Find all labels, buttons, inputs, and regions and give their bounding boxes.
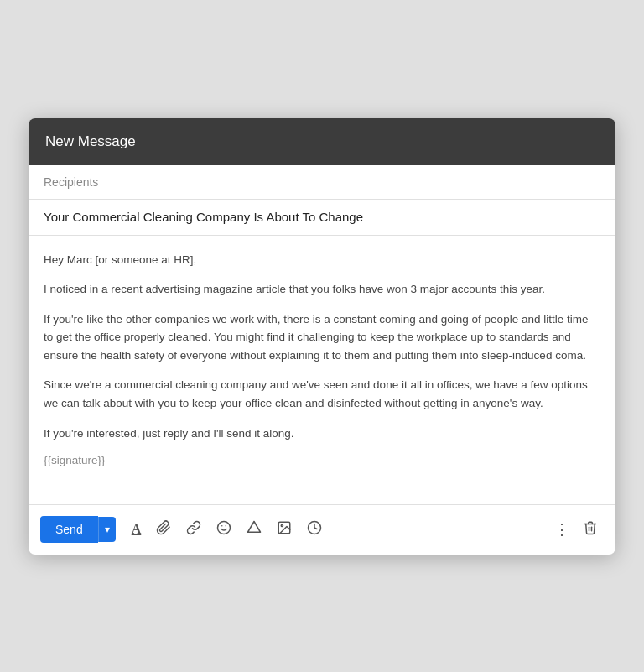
more-options-button[interactable]: ⋮ bbox=[548, 515, 575, 544]
compose-body[interactable]: Hey Marc [or someone at HR], I noticed i… bbox=[29, 236, 615, 504]
compose-window: New Message Recipients Your Commercial C… bbox=[29, 118, 615, 555]
recipients-label: Recipients bbox=[44, 175, 111, 189]
subject-row[interactable]: Your Commercial Cleaning Company Is Abou… bbox=[29, 200, 615, 236]
format-text-icon: A bbox=[132, 522, 142, 537]
body-para-1: Hey Marc [or someone at HR], bbox=[44, 251, 600, 269]
link-icon bbox=[186, 520, 201, 539]
insert-emoji-button[interactable] bbox=[210, 515, 237, 544]
subject-text: Your Commercial Cleaning Company Is Abou… bbox=[44, 210, 363, 224]
svg-point-5 bbox=[282, 524, 283, 526]
compose-toolbar: Send ▾ A bbox=[29, 504, 615, 555]
send-button[interactable]: Send bbox=[40, 516, 98, 543]
photo-icon bbox=[277, 520, 292, 539]
send-button-group: Send ▾ bbox=[40, 516, 116, 543]
insert-photo-button[interactable] bbox=[271, 515, 298, 544]
body-para-5: If you're interested, just reply and I'l… bbox=[44, 425, 600, 443]
attach-icon bbox=[156, 520, 171, 539]
emoji-icon bbox=[216, 520, 231, 539]
body-para-2: I noticed in a recent advertising magazi… bbox=[44, 280, 600, 299]
format-text-button[interactable]: A bbox=[126, 517, 148, 542]
compose-title: New Message bbox=[45, 133, 136, 149]
body-para-4: Since we're a commercial cleaning compan… bbox=[44, 376, 600, 412]
attach-file-button[interactable] bbox=[150, 515, 177, 544]
send-dropdown-button[interactable]: ▾ bbox=[98, 517, 116, 542]
insert-link-button[interactable] bbox=[180, 515, 207, 544]
more-icon: ⋮ bbox=[554, 520, 569, 539]
body-para-3: If you're like the other companies we wo… bbox=[44, 310, 600, 365]
recipients-row: Recipients bbox=[29, 165, 615, 200]
discard-button[interactable] bbox=[577, 515, 604, 544]
toolbar-right-actions: ⋮ bbox=[548, 515, 604, 544]
trash-icon bbox=[583, 520, 598, 539]
signature-tag: {{signature}} bbox=[44, 454, 600, 466]
compose-header: New Message bbox=[29, 118, 615, 165]
schedule-icon bbox=[307, 520, 322, 539]
schedule-send-button[interactable] bbox=[301, 515, 328, 544]
drive-button[interactable] bbox=[241, 515, 267, 544]
drive-icon bbox=[247, 520, 262, 539]
send-dropdown-arrow: ▾ bbox=[105, 524, 110, 535]
svg-point-0 bbox=[218, 521, 231, 534]
svg-marker-3 bbox=[248, 521, 261, 532]
